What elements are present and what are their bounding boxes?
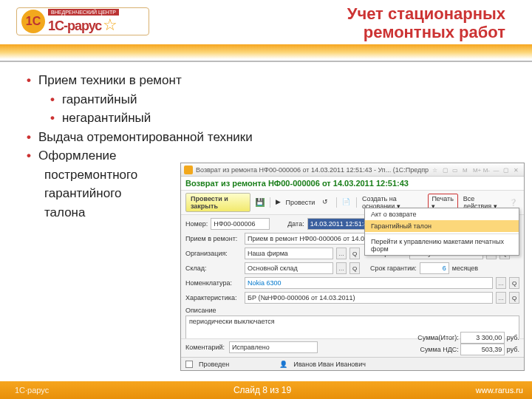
window-title: Возврат из ремонта НФ00-000006 от 14.03.… bbox=[196, 166, 429, 174]
doc-button[interactable]: 📄 bbox=[340, 197, 353, 208]
bullet-2: Выдача отремонтированной техники bbox=[27, 128, 253, 147]
save-button[interactable]: 💾 bbox=[253, 197, 267, 208]
slide-footer: 1С·рарус Слайд 8 из 19 www.rarus.ru bbox=[0, 381, 532, 399]
label-rub: руб. bbox=[507, 334, 519, 341]
footer-url: www.rarus.ru bbox=[476, 386, 523, 395]
sum-block: Сумма(Итог): 3 300,00 руб. Сумма НДС: 50… bbox=[417, 332, 519, 355]
tool-icon[interactable]: M- bbox=[483, 167, 491, 174]
bullet-1: Прием техники в ремонт гарантийный негар… bbox=[27, 71, 253, 128]
onec-window: Возврат из ремонта НФ00-000006 от 14.03.… bbox=[180, 163, 525, 371]
label-nds: Сумма НДС: bbox=[420, 346, 458, 353]
harakt-field[interactable]: БР (№НФ00-000006 от 14.03.2011) bbox=[245, 292, 493, 304]
logo-subtext: ВНЕДРЕНЧЕСКИЙ ЦЕНТР bbox=[48, 9, 119, 16]
provesti-button[interactable]: ▶Провести bbox=[273, 197, 318, 208]
status-user: Иванов Иван Иванович bbox=[293, 361, 366, 368]
lookup-button[interactable]: … bbox=[496, 277, 506, 289]
label-nomenklatura: Номенклатура: bbox=[185, 279, 242, 287]
footer-slide-number: Слайд 8 из 19 bbox=[233, 385, 291, 395]
status-bar: Проведен 👤 Иванов Иван Иванович bbox=[181, 357, 524, 370]
nomenklatura-field[interactable]: Nokia 6300 bbox=[245, 277, 493, 289]
comment-field[interactable]: Исправлено bbox=[229, 341, 318, 353]
minimize-icon[interactable]: — bbox=[493, 167, 500, 174]
warranty-field[interactable]: 6 bbox=[420, 262, 449, 274]
print-menu-item-warranty[interactable]: Гарантийный талон bbox=[365, 220, 519, 232]
cancel-icon: ↺ bbox=[322, 198, 331, 207]
label-harakt: Характеристика: bbox=[185, 294, 242, 301]
label-repair-in: Прием в ремонт: bbox=[185, 235, 242, 242]
label-sum: Сумма(Итог): bbox=[417, 334, 459, 341]
bullet-1a: гарантийный bbox=[50, 90, 253, 109]
tool-icon[interactable]: ☆ bbox=[432, 167, 440, 174]
provesti-icon: ▶ bbox=[276, 198, 284, 207]
window-titlebar[interactable]: Возврат из ремонта НФ00-000006 от 14.03.… bbox=[181, 163, 524, 177]
open-button[interactable]: Q bbox=[349, 248, 360, 259]
footer-logo: 1С·рарус bbox=[15, 386, 49, 395]
help-button[interactable]: ❔ bbox=[507, 198, 519, 207]
open-button[interactable]: Q bbox=[509, 292, 519, 304]
cancel-button[interactable]: ↺ bbox=[320, 197, 333, 208]
doc-icon: 📄 bbox=[342, 198, 351, 207]
help-icon: ❔ bbox=[509, 199, 517, 206]
maximize-icon[interactable]: ▢ bbox=[503, 167, 511, 174]
status-proveden: Проведен bbox=[199, 361, 229, 368]
save-icon: 💾 bbox=[256, 198, 265, 207]
lookup-button[interactable]: … bbox=[336, 248, 347, 259]
gradient-bar bbox=[0, 44, 532, 59]
label-desc: Описание bbox=[185, 307, 519, 314]
bullet-1b: негарантийный bbox=[50, 109, 253, 128]
org-field[interactable]: Наша фирма bbox=[245, 248, 333, 259]
logo-circle-icon: 1С bbox=[21, 10, 45, 33]
provesti-close-button[interactable]: Провести и закрыть bbox=[185, 193, 250, 212]
tool-icon[interactable]: ▢ bbox=[443, 167, 450, 174]
tool-icon[interactable]: ▭ bbox=[452, 167, 460, 174]
label-warranty: Срок гарантии: bbox=[370, 265, 417, 272]
window-controls: ☆ ▢ ▭ M M+ M- — ▢ ✕ bbox=[432, 166, 521, 174]
label-months: месяцев bbox=[452, 265, 478, 272]
print-menu-item-layouts[interactable]: Перейти к управлению макетами печатных ф… bbox=[365, 236, 519, 255]
number-field[interactable]: НФ00-000006 bbox=[211, 218, 270, 230]
lookup-button[interactable]: … bbox=[496, 292, 506, 304]
label-number: Номер: bbox=[185, 220, 208, 228]
open-button[interactable]: Q bbox=[509, 277, 519, 289]
label-comment: Коментарий: bbox=[185, 344, 225, 351]
proveden-checkbox[interactable] bbox=[185, 361, 193, 368]
tool-icon[interactable]: M bbox=[463, 167, 470, 174]
label-rub2: руб. bbox=[507, 346, 519, 353]
open-button[interactable]: Q bbox=[349, 262, 360, 274]
sklad-field[interactable]: Основной склад bbox=[245, 262, 333, 274]
app-icon bbox=[184, 166, 193, 174]
logo: 1С ВНЕДРЕНЧЕСКИЙ ЦЕНТР 1С-рарус ☆ bbox=[16, 7, 149, 35]
lookup-button[interactable]: … bbox=[336, 262, 347, 274]
logo-main-text: 1С-рарус bbox=[48, 18, 101, 34]
tool-icon[interactable]: M+ bbox=[473, 167, 480, 174]
label-org: Организация: bbox=[185, 250, 242, 257]
doc-title: Возврат из ремонта НФ00-000006 от 14.03.… bbox=[181, 177, 524, 191]
nds-field[interactable]: 503,39 bbox=[460, 344, 505, 355]
label-sklad: Склад: bbox=[185, 265, 242, 272]
slide-header: 1С ВНЕДРЕНЧЕСКИЙ ЦЕНТР 1С-рарус ☆ Учет с… bbox=[0, 0, 532, 44]
close-icon[interactable]: ✕ bbox=[514, 167, 521, 174]
label-date: Дата: bbox=[287, 220, 304, 228]
print-menu-item-return-act[interactable]: Акт о возврате bbox=[365, 208, 519, 220]
print-menu: Акт о возврате Гарантийный талон Перейти… bbox=[364, 208, 519, 256]
user-icon: 👤 bbox=[279, 361, 287, 368]
sum-field[interactable]: 3 300,00 bbox=[460, 332, 505, 344]
logo-accent-icon: ☆ bbox=[103, 16, 117, 35]
slide-title: Учет стационарных ремонтных работ bbox=[347, 4, 505, 42]
